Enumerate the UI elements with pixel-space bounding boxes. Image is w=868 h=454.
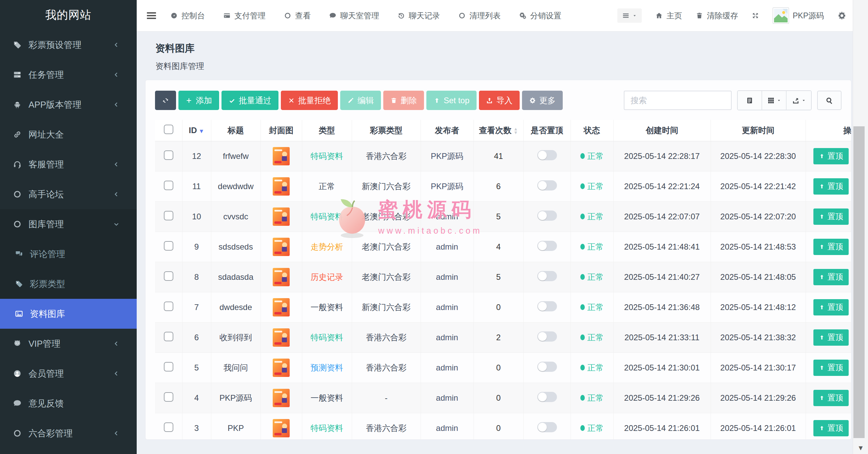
sidebar-item-6[interactable]: 图库管理 xyxy=(0,209,137,239)
pin-toggle[interactable] xyxy=(537,362,557,372)
sidebar-item-sub-2[interactable]: 资料图库 xyxy=(0,299,137,329)
pin-toggle[interactable] xyxy=(537,271,557,281)
comment-icon xyxy=(329,12,336,19)
pin-toggle[interactable] xyxy=(537,150,557,160)
pin-top-button[interactable]: 置顶 xyxy=(813,148,849,164)
sidebar-item-0[interactable]: 彩票预设管理 xyxy=(0,30,137,60)
sidebar-item-10[interactable]: 六合彩管理 xyxy=(0,418,137,448)
nav-item-1[interactable]: 支付管理 xyxy=(223,11,266,21)
sidebar-item-sub-1[interactable]: 彩票类型 xyxy=(0,269,137,299)
sidebar-toggle-icon[interactable] xyxy=(147,11,156,21)
scrollbar-thumb[interactable] xyxy=(853,126,865,438)
column-header-ID[interactable]: ID▼ xyxy=(182,120,211,141)
sidebar-item-3[interactable]: 网址大全 xyxy=(0,120,137,149)
row-checkbox[interactable] xyxy=(164,422,173,432)
sidebar-open-group: 图库管理评论管理彩票类型资料图库 xyxy=(0,209,137,329)
table-row: 8sdadasda历史记录老澳门六合彩admin5正常2025-05-14 21… xyxy=(155,262,851,292)
batch-reject-button[interactable]: 批量拒绝 xyxy=(281,91,338,110)
column-label: 类型 xyxy=(319,126,335,135)
batch-approve-button[interactable]: 批量通过 xyxy=(221,91,278,110)
sidebar-item-7[interactable]: VIP管理 xyxy=(0,329,137,359)
add-button[interactable]: 添加 xyxy=(178,91,219,110)
select-all-checkbox[interactable] xyxy=(164,125,173,134)
pin-toggle[interactable] xyxy=(537,422,557,432)
scrollbar-down-arrow[interactable]: ▼ xyxy=(853,444,868,452)
column-label: 是否置顶 xyxy=(531,126,563,135)
export-button[interactable] xyxy=(787,91,811,110)
fullscreen-toggle[interactable] xyxy=(752,12,759,19)
nav-item-6[interactable]: 分销设置 xyxy=(519,11,561,21)
cover-image[interactable] xyxy=(273,328,290,347)
pin-top-button[interactable]: 置顶 xyxy=(813,178,849,195)
sidebar-item-1[interactable]: 任务管理 xyxy=(0,60,137,90)
cover-image[interactable] xyxy=(273,359,290,377)
column-header-查看次数[interactable]: 查看次数▲▼ xyxy=(474,120,523,141)
nav-item-2[interactable]: 查看 xyxy=(284,11,311,21)
cell-pinned xyxy=(523,171,571,201)
cover-image[interactable] xyxy=(273,419,290,437)
cell-pinned xyxy=(523,352,571,383)
row-checkbox[interactable] xyxy=(164,211,173,220)
pin-toggle[interactable] xyxy=(537,241,557,251)
pin-toggle[interactable] xyxy=(537,331,557,342)
user-menu[interactable]: PKP源码 xyxy=(773,7,824,24)
sidebar-item-8[interactable]: 会员管理 xyxy=(0,359,137,388)
sidebar-item-5[interactable]: 高手论坛 xyxy=(0,179,137,209)
row-checkbox[interactable] xyxy=(164,241,173,251)
pin-top-button[interactable]: 置顶 xyxy=(813,299,849,315)
more-button[interactable]: 更多 xyxy=(522,91,563,110)
pin-toggle[interactable] xyxy=(537,301,557,311)
menu-list-dropdown[interactable] xyxy=(617,8,642,23)
row-checkbox[interactable] xyxy=(164,302,173,311)
columns-button[interactable] xyxy=(762,91,787,110)
nav-item-4[interactable]: 聊天记录 xyxy=(398,11,440,21)
pin-top-button[interactable]: 置顶 xyxy=(813,329,849,346)
row-checkbox[interactable] xyxy=(164,392,173,402)
home-link[interactable]: 主页 xyxy=(655,11,682,21)
search-input[interactable] xyxy=(624,91,732,110)
pin-toggle[interactable] xyxy=(537,211,557,221)
import-button[interactable]: 导入 xyxy=(479,91,520,110)
trash-icon xyxy=(390,97,397,104)
pin-top-button[interactable]: 置顶 xyxy=(813,360,849,376)
sidebar-item-9[interactable]: 意见反馈 xyxy=(0,388,137,418)
cover-image[interactable] xyxy=(273,268,290,286)
pin-top-button[interactable]: 置顶 xyxy=(813,239,849,255)
pin-top-button[interactable]: 置顶 xyxy=(813,208,849,225)
refresh-button[interactable] xyxy=(155,91,176,110)
nav-item-3[interactable]: 聊天室管理 xyxy=(329,11,379,21)
edit-button[interactable]: 编辑 xyxy=(340,91,381,110)
cover-image[interactable] xyxy=(273,177,290,196)
search-button[interactable] xyxy=(817,91,842,110)
cover-image[interactable] xyxy=(273,298,290,316)
cell-publisher: PKP源码 xyxy=(421,141,474,171)
pin-top-button[interactable]: 置顶 xyxy=(813,390,849,406)
cover-image[interactable] xyxy=(273,238,290,256)
pin-toggle[interactable] xyxy=(537,180,557,190)
row-checkbox[interactable] xyxy=(164,362,173,371)
cover-image[interactable] xyxy=(273,207,290,226)
settings-gear[interactable] xyxy=(837,11,846,20)
sidebar-item-2[interactable]: APP版本管理 xyxy=(0,90,137,120)
clear-cache-link[interactable]: 清除缓存 xyxy=(696,11,738,21)
row-checkbox[interactable] xyxy=(164,181,173,190)
status-badge: 正常 xyxy=(580,211,604,222)
pin-toggle[interactable] xyxy=(537,392,557,402)
pin-top-button[interactable]: 置顶 xyxy=(813,420,849,436)
cover-image[interactable] xyxy=(273,389,290,407)
delete-button[interactable]: 删除 xyxy=(383,91,424,110)
tags-icon xyxy=(15,280,23,288)
sidebar-item-4[interactable]: 客服管理 xyxy=(0,149,137,179)
sidebar-item-sub-0[interactable]: 评论管理 xyxy=(0,239,137,269)
nav-item-5[interactable]: 清理列表 xyxy=(458,11,501,21)
cell-publisher: admin xyxy=(421,383,474,413)
cover-image[interactable] xyxy=(273,147,290,165)
row-checkbox[interactable] xyxy=(164,271,173,281)
nav-item-0[interactable]: 控制台 xyxy=(170,11,205,21)
row-checkbox[interactable] xyxy=(164,150,173,160)
detail-view-button[interactable] xyxy=(738,91,762,110)
row-checkbox[interactable] xyxy=(164,332,173,341)
set-top-button[interactable]: Set top xyxy=(426,91,477,110)
cell-status: 正常 xyxy=(571,383,613,413)
pin-top-button[interactable]: 置顶 xyxy=(813,269,849,285)
